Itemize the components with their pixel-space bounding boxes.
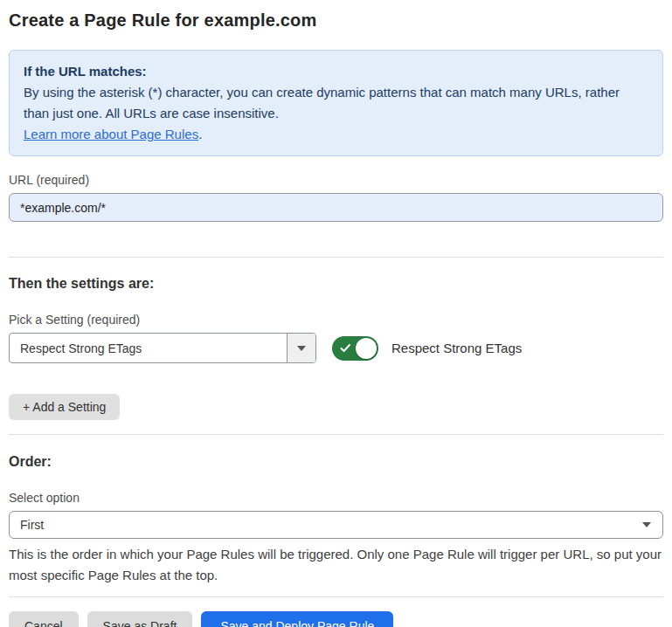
setting-picker-label: Pick a Setting (required): [9, 313, 663, 327]
setting-select-value: Respect Strong ETags: [10, 334, 287, 362]
order-select[interactable]: First: [9, 511, 663, 539]
setting-select[interactable]: Respect Strong ETags: [9, 333, 316, 363]
section-divider: [9, 434, 663, 435]
url-label: URL (required): [9, 173, 663, 187]
section-divider: [9, 596, 663, 597]
cancel-button[interactable]: Cancel: [9, 611, 79, 627]
url-match-info-box: If the URL matches: By using the asteris…: [9, 50, 663, 156]
order-heading: Order:: [9, 454, 663, 470]
setting-select-arrow[interactable]: [287, 334, 315, 362]
link-period: .: [198, 127, 202, 141]
caret-down-icon: [297, 346, 306, 351]
learn-more-link[interactable]: Learn more about Page Rules: [24, 127, 198, 141]
settings-heading: Then the settings are:: [9, 276, 663, 292]
section-divider: [9, 257, 663, 258]
save-deploy-button[interactable]: Save and Deploy Page Rule: [201, 611, 393, 627]
info-box-body: By using the asterisk (*) character, you…: [24, 82, 648, 124]
url-input[interactable]: [9, 193, 663, 222]
toggle-label: Respect Strong ETags: [391, 341, 522, 355]
toggle-group: Respect Strong ETags: [332, 336, 522, 361]
info-box-heading: If the URL matches:: [24, 61, 648, 82]
info-box-link-line: Learn more about Page Rules.: [24, 124, 648, 145]
setting-row: Respect Strong ETags Respect Strong ETag…: [9, 333, 663, 363]
page-title: Create a Page Rule for example.com: [9, 10, 663, 31]
page-rule-form: Create a Page Rule for example.com If th…: [0, 0, 672, 627]
caret-down-icon: [642, 522, 651, 527]
order-help-text: This is the order in which your Page Rul…: [9, 544, 663, 586]
save-draft-button[interactable]: Save as Draft: [87, 611, 193, 627]
etags-toggle[interactable]: [332, 336, 378, 361]
action-buttons: Cancel Save as Draft Save and Deploy Pag…: [9, 611, 663, 627]
order-select-label: Select option: [9, 491, 663, 505]
check-icon: [340, 343, 351, 353]
toggle-knob: [356, 338, 377, 359]
order-select-value: First: [20, 518, 44, 532]
add-setting-button[interactable]: + Add a Setting: [9, 394, 120, 420]
